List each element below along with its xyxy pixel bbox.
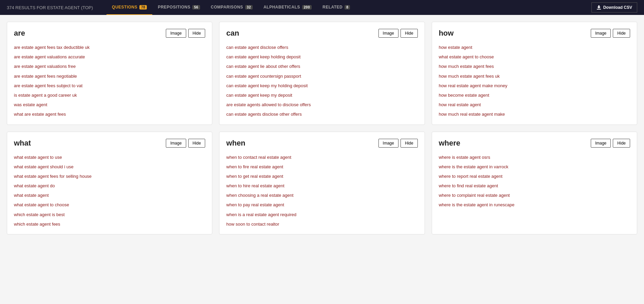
link-where-0[interactable]: where is estate agent osrs	[439, 154, 630, 160]
link-can-4[interactable]: can estate agent keep my holding deposit	[226, 83, 417, 89]
link-how-4[interactable]: how real estate agent make money	[439, 83, 630, 89]
card-links-what: what estate agent to usewhat estate agen…	[14, 154, 205, 228]
image-button-what[interactable]: Image	[166, 139, 186, 148]
card-title-what: what	[14, 139, 31, 148]
hide-button-what[interactable]: Hide	[188, 139, 206, 148]
link-what-6[interactable]: which estate agent is best	[14, 212, 205, 218]
link-how-3[interactable]: how much estate agent fees uk	[439, 73, 630, 79]
tab-questions[interactable]: QUESTIONS78	[106, 0, 152, 15]
image-button-when[interactable]: Image	[378, 139, 398, 148]
tab-alphabeticals[interactable]: ALPHABETICALS200	[258, 0, 317, 15]
link-when-1[interactable]: when to fire real estate agent	[226, 164, 417, 170]
hide-button-are[interactable]: Hide	[188, 29, 206, 38]
link-are-5[interactable]: is estate agent a good career uk	[14, 92, 205, 98]
card-actions-how: Image Hide	[591, 29, 630, 38]
link-can-0[interactable]: can estate agent disclose offers	[226, 44, 417, 51]
card-title-can: can	[226, 29, 239, 38]
download-csv-button[interactable]: Download CSV	[591, 2, 637, 13]
link-are-4[interactable]: are estate agent fees subject to vat	[14, 83, 205, 89]
main-content: are Image Hide are estate agent fees tax…	[0, 15, 644, 241]
card-header-how: how Image Hide	[439, 29, 630, 38]
hide-button-when[interactable]: Hide	[401, 139, 418, 148]
card-are: are Image Hide are estate agent fees tax…	[7, 22, 212, 125]
link-are-1[interactable]: are estate agent valuations accurate	[14, 54, 205, 60]
hide-button-can[interactable]: Hide	[401, 29, 418, 38]
card-when: when Image Hide when to contact real est…	[219, 132, 425, 235]
link-when-6[interactable]: when is a real estate agent required	[226, 212, 417, 218]
card-header-can: can Image Hide	[226, 29, 417, 38]
tab-badge-alphabeticals: 200	[302, 5, 312, 10]
link-what-7[interactable]: which estate agent fees	[14, 221, 205, 227]
link-what-0[interactable]: what estate agent to use	[14, 154, 205, 160]
tab-prepositions[interactable]: PREPOSITIONS56	[152, 0, 205, 15]
card-header-where: where Image Hide	[439, 139, 630, 148]
link-how-1[interactable]: what estate agent to choose	[439, 54, 630, 60]
link-where-5[interactable]: where is the estate agent in runescape	[439, 202, 630, 208]
card-title-how: how	[439, 29, 454, 38]
card-links-can: can estate agent disclose offerscan esta…	[226, 44, 417, 118]
link-when-0[interactable]: when to contact real estate agent	[226, 154, 417, 160]
tab-label-alphabeticals: ALPHABETICALS	[264, 5, 300, 10]
tab-badge-related: 8	[345, 5, 350, 10]
image-button-where[interactable]: Image	[591, 139, 611, 148]
link-how-2[interactable]: how much estate agent fees	[439, 63, 630, 70]
link-can-2[interactable]: can estate agent lie about other offers	[226, 63, 417, 70]
link-are-2[interactable]: are estate agent valuations free	[14, 63, 205, 70]
card-actions-are: Image Hide	[166, 29, 205, 38]
link-what-5[interactable]: what estate agent to choose	[14, 202, 205, 208]
page-title: 374 RESULTS FOR ESTATE AGENT (TOP)	[7, 5, 93, 10]
link-can-5[interactable]: can estate agent keep my deposit	[226, 92, 417, 98]
link-can-6[interactable]: are estate agents allowed to disclose of…	[226, 102, 417, 108]
card-what: what Image Hide what estate agent to use…	[7, 132, 212, 235]
link-when-2[interactable]: when to get real estate agent	[226, 173, 417, 179]
tab-comparisons[interactable]: COMPARISONS32	[206, 0, 258, 15]
image-button-can[interactable]: Image	[378, 29, 398, 38]
link-what-2[interactable]: what estate agent fees for selling house	[14, 173, 205, 179]
link-where-1[interactable]: where is the estate agent in varrock	[439, 164, 630, 170]
image-button-are[interactable]: Image	[166, 29, 186, 38]
link-can-1[interactable]: can estate agent keep holding deposit	[226, 54, 417, 60]
link-how-7[interactable]: how much real estate agent make	[439, 111, 630, 117]
download-label: Download CSV	[603, 5, 632, 10]
link-where-4[interactable]: where to complaint real estate agent	[439, 192, 630, 198]
card-links-are: are estate agent fees tax deductible uka…	[14, 44, 205, 118]
link-where-3[interactable]: where to find real estate agent	[439, 183, 630, 189]
tab-badge-questions: 78	[139, 5, 147, 10]
link-are-0[interactable]: are estate agent fees tax deductible uk	[14, 44, 205, 51]
tab-related[interactable]: RELATED8	[317, 0, 355, 15]
card-actions-can: Image Hide	[378, 29, 418, 38]
link-when-3[interactable]: when to hire real estate agent	[226, 183, 417, 189]
link-are-6[interactable]: was estate agent	[14, 102, 205, 108]
image-button-how[interactable]: Image	[591, 29, 611, 38]
tab-badge-comparisons: 32	[245, 5, 253, 10]
link-what-1[interactable]: what estate agent should i use	[14, 164, 205, 170]
link-when-7[interactable]: how soon to contact realtor	[226, 221, 417, 227]
link-when-5[interactable]: when to pay real estate agent	[226, 202, 417, 208]
hide-button-where[interactable]: Hide	[613, 139, 630, 148]
link-what-3[interactable]: what estate agent do	[14, 183, 205, 189]
link-what-4[interactable]: what estate agent	[14, 192, 205, 198]
header: 374 RESULTS FOR ESTATE AGENT (TOP) QUEST…	[0, 0, 644, 15]
card-title-when: when	[226, 139, 245, 148]
link-where-2[interactable]: where to report real estate agent	[439, 173, 630, 179]
link-are-7[interactable]: what are estate agent fees	[14, 111, 205, 117]
download-icon	[597, 5, 601, 10]
link-when-4[interactable]: when choosing a real estate agent	[226, 192, 417, 198]
tab-badge-prepositions: 56	[192, 5, 200, 10]
card-where: where Image Hide where is estate agent o…	[432, 132, 637, 235]
link-can-3[interactable]: can estate agent countersign passport	[226, 73, 417, 79]
card-actions-what: Image Hide	[166, 139, 205, 148]
link-are-3[interactable]: are estate agent fees negotiable	[14, 73, 205, 79]
link-how-6[interactable]: how real estate agent	[439, 102, 630, 108]
card-title-are: are	[14, 29, 25, 38]
svg-rect-0	[597, 9, 601, 10]
card-how: how Image Hide how estate agentwhat esta…	[432, 22, 637, 125]
card-header-when: when Image Hide	[226, 139, 417, 148]
hide-button-how[interactable]: Hide	[613, 29, 630, 38]
link-can-7[interactable]: can estate agents disclose other offers	[226, 111, 417, 117]
link-how-5[interactable]: how become estate agent	[439, 92, 630, 98]
card-title-where: where	[439, 139, 461, 148]
link-how-0[interactable]: how estate agent	[439, 44, 630, 51]
card-links-when: when to contact real estate agentwhen to…	[226, 154, 417, 228]
card-links-how: how estate agentwhat estate agent to cho…	[439, 44, 630, 118]
